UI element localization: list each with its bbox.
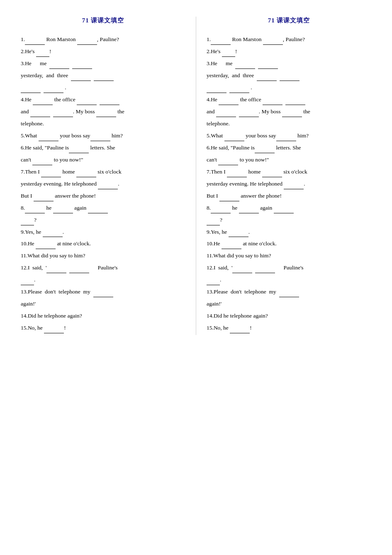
blank <box>88 207 108 213</box>
blank <box>229 86 249 93</box>
page-container: 71 课课文填空 1. Ron Marston , Pauline? 2.He'… <box>0 0 392 555</box>
blank <box>36 242 56 249</box>
blank <box>284 183 304 189</box>
blank <box>21 86 41 93</box>
blank <box>239 207 259 213</box>
blank <box>229 230 248 237</box>
left-sentence-3b: yesterday, and three <box>21 71 185 81</box>
right-sentence-10: 10.He at nine o'clock. <box>207 239 371 249</box>
right-sentence-15: 15.No, he ! <box>207 323 371 333</box>
blank <box>21 219 34 225</box>
left-sentence-15: 15.No, he ! <box>21 323 185 333</box>
blank <box>98 183 118 189</box>
right-sentence-7: 7.Then I home six o'clock <box>207 167 371 177</box>
blank <box>34 195 54 201</box>
left-sentence-14: 14.Did he telephone again? <box>21 311 185 321</box>
right-sentence-5: 5.What your boss say him? <box>207 131 371 141</box>
right-sentence-7b: yesterday evening. He telephoned . <box>207 179 371 189</box>
blank <box>25 207 45 213</box>
right-sentence-12: 12.I said, ' Pauline's <box>207 263 371 273</box>
left-sentence-6b: can't to you now!" <box>21 155 185 165</box>
left-sentence-9: 9.Yes, he . <box>21 227 185 237</box>
blank <box>100 98 119 105</box>
blank <box>96 110 116 117</box>
right-sentence-8b: ? <box>207 215 371 225</box>
column-divider <box>196 17 196 335</box>
blank <box>222 242 241 249</box>
left-sentence-5: 5.What your boss say him? <box>21 131 185 141</box>
blank <box>49 62 69 69</box>
right-exercise-content: 1. Ron Marston , Pauline? 2.He's ! 3.He … <box>207 34 371 333</box>
blank <box>263 98 282 105</box>
left-column: 71 课课文填空 1. Ron Marston , Pauline? 2.He'… <box>12 17 194 335</box>
left-exercise-content: 1. Ron Marston , Pauline? 2.He's ! 3.He … <box>21 34 185 333</box>
blank <box>285 98 305 105</box>
blank <box>207 86 226 93</box>
blank <box>69 147 89 153</box>
right-sentence-14: 14.Did he telephone again? <box>207 311 371 321</box>
blank <box>280 74 299 81</box>
blank <box>41 171 61 177</box>
blank <box>93 291 113 297</box>
left-sentence-10: 10.He at nine o'clock. <box>21 239 185 249</box>
right-sentence-1: 1. Ron Marston , Pauline? <box>207 34 371 45</box>
right-sentence-3: 3.He me <box>207 59 371 69</box>
blank <box>222 50 235 57</box>
blank <box>257 74 277 81</box>
blank <box>282 110 302 117</box>
blank <box>90 134 110 141</box>
blank <box>39 134 58 141</box>
blank <box>263 38 283 45</box>
blank <box>211 38 231 45</box>
blank <box>224 134 244 141</box>
blank <box>53 207 73 213</box>
left-sentence-3c: . <box>21 83 185 93</box>
blank <box>77 38 97 45</box>
blank <box>36 50 49 57</box>
left-sentence-8: 8. he again <box>21 203 185 213</box>
left-sentence-12: 12.I said, ' Pauline's <box>21 263 185 273</box>
blank <box>262 171 282 177</box>
left-sentence-7: 7.Then I home six o'clock <box>21 167 185 177</box>
blank <box>258 62 278 69</box>
blank <box>216 110 236 117</box>
blank <box>279 291 299 297</box>
right-title: 71 课课文填空 <box>207 17 371 24</box>
left-sentence-4b: and . My boss the <box>21 107 185 117</box>
blank <box>25 38 45 45</box>
left-sentence-2: 2.He's ! <box>21 46 185 57</box>
left-title: 71 课课文填空 <box>21 17 185 24</box>
blank <box>44 86 63 93</box>
right-sentence-3c: . <box>207 83 371 93</box>
right-column: 71 课课文填空 1. Ron Marston , Pauline? 2.He'… <box>198 17 380 335</box>
blank <box>30 110 50 117</box>
blank <box>94 74 114 81</box>
blank <box>69 266 89 273</box>
left-sentence-6: 6.He said, "Pauline is letters. She <box>21 143 185 153</box>
blank <box>255 147 275 153</box>
blank <box>239 110 259 117</box>
left-sentence-4c: telephone. <box>21 119 185 129</box>
blank <box>44 327 64 333</box>
right-sentence-9: 9.Yes, he . <box>207 227 371 237</box>
blank <box>72 62 92 69</box>
blank <box>32 159 52 165</box>
left-sentence-12b: . <box>21 275 185 285</box>
blank <box>218 159 238 165</box>
blank <box>219 98 239 105</box>
left-sentence-7c: But I answer the phone! <box>21 191 185 201</box>
blank <box>46 266 66 273</box>
left-sentence-13b: again!' <box>21 299 185 309</box>
right-sentence-6: 6.He said, "Pauline is letters. She <box>207 143 371 153</box>
right-sentence-7c: But I answer the phone! <box>207 191 371 201</box>
blank <box>53 110 73 117</box>
blank <box>21 279 34 285</box>
blank <box>232 266 252 273</box>
right-sentence-4c: telephone. <box>207 119 371 129</box>
blank <box>77 98 97 105</box>
right-sentence-13b: again!' <box>207 299 371 309</box>
left-sentence-1: 1. Ron Marston , Pauline? <box>21 34 185 45</box>
blank <box>207 279 220 285</box>
blank <box>211 207 231 213</box>
right-sentence-4: 4.He the office <box>207 95 371 105</box>
